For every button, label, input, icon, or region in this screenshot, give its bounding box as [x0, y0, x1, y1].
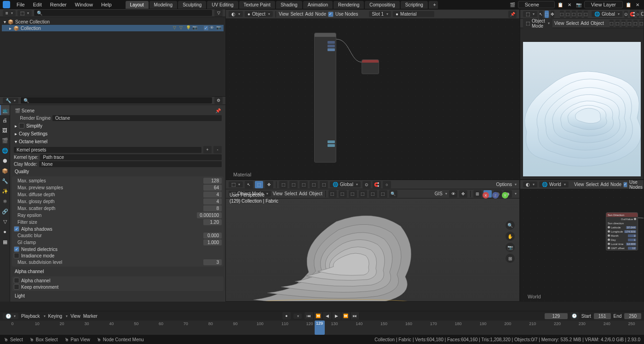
vp-overlay-icon[interactable]: 👁: [449, 190, 457, 198]
tab-physics-icon[interactable]: ⚛: [0, 196, 10, 206]
tab-compositing[interactable]: Compositing: [365, 1, 400, 9]
pin-icon[interactable]: 📌: [508, 11, 517, 18]
vp-snap-c[interactable]: ⬚: [299, 181, 308, 188]
current-frame-field[interactable]: 129: [545, 313, 568, 319]
vp-tool-move[interactable]: ✥: [265, 181, 273, 188]
marker-menu[interactable]: Marker: [83, 314, 98, 319]
pin-icon[interactable]: 📌: [215, 108, 221, 113]
copy-settings-section[interactable]: ▸ Copy Settings: [12, 130, 224, 138]
tab-viewlayer-icon[interactable]: 🖼: [0, 125, 10, 135]
vp-search-icon[interactable]: 🔍: [389, 190, 397, 198]
shader-menu-add[interactable]: Add: [305, 12, 313, 17]
move-tool-icon[interactable]: ✥: [551, 11, 554, 18]
max-diffuse-field[interactable]: 4: [203, 192, 222, 198]
menu-render[interactable]: Render: [46, 1, 70, 8]
proportional-icon[interactable]: ○: [637, 11, 639, 18]
shader-node-universal[interactable]: [314, 33, 336, 163]
mode-dropdown-2[interactable]: ⬚Object Mode▾: [523, 18, 552, 29]
outliner-search[interactable]: 🔍: [34, 9, 213, 17]
node-sun-direction[interactable]: Sun Direction Out/Value Sun direction La…: [606, 212, 638, 251]
persp-icon[interactable]: ⊞: [506, 254, 515, 263]
tab-object-icon[interactable]: 📦: [0, 166, 10, 176]
tab-texture-icon[interactable]: ▦: [0, 237, 10, 247]
editor-type-dropdown-2[interactable]: ⬚▾: [523, 11, 537, 17]
tab-data-icon[interactable]: ▽: [0, 216, 10, 227]
tab-rendering[interactable]: Rendering: [334, 1, 364, 9]
nested-dielectrics-checkbox[interactable]: ✓: [14, 246, 19, 252]
vp-menu-add[interactable]: Add: [299, 191, 307, 196]
slot-dropdown[interactable]: Slot 1▾: [369, 11, 391, 17]
vp-options[interactable]: Options: [496, 182, 512, 187]
simplify-section[interactable]: ▸ Simplify: [12, 122, 224, 130]
ray-epsilon-field[interactable]: 0.000100: [197, 212, 222, 218]
render-icon[interactable]: 📷: [216, 25, 222, 31]
add-menu-2[interactable]: Add: [581, 21, 589, 26]
tab-sculpting[interactable]: Sculpting: [178, 1, 206, 9]
snap2-icon[interactable]: ⬚: [566, 11, 570, 18]
play-icon[interactable]: ▶: [332, 312, 341, 320]
scene-name-field[interactable]: Scene: [518, 1, 555, 8]
irradiance-checkbox[interactable]: [14, 253, 19, 258]
vp-pivot-icon[interactable]: ⊙: [362, 181, 371, 188]
add-preset-icon[interactable]: +: [203, 146, 212, 153]
outliner-mode[interactable]: ⬚▾: [17, 10, 32, 16]
clay-mode-dropdown[interactable]: None: [39, 161, 222, 167]
view-menu-2[interactable]: View: [554, 21, 564, 26]
keying-menu[interactable]: Keying: [48, 314, 63, 319]
auto-key-icon[interactable]: ●: [282, 312, 291, 320]
render-engine-dropdown[interactable]: Octane: [52, 115, 222, 121]
vp-tb-e[interactable]: ⬚: [369, 190, 377, 198]
world-menu-view[interactable]: View: [574, 182, 584, 187]
tab-shading[interactable]: Shading: [276, 1, 302, 9]
shader-menu-select[interactable]: Select: [290, 12, 303, 17]
vp-orientation[interactable]: 🌐Global▾: [330, 181, 361, 187]
jump-to-start-icon[interactable]: ⏮: [305, 312, 314, 320]
tb-icon-f[interactable]: ⬚: [639, 20, 644, 27]
alpha-channel-checkbox[interactable]: [14, 278, 19, 283]
object-menu-2[interactable]: Object: [591, 21, 604, 26]
props-editor-type[interactable]: 🔧▾: [3, 98, 18, 104]
snap-toggle-icon[interactable]: 🧲: [630, 11, 635, 18]
jump-next-key-icon[interactable]: ⏩: [341, 312, 351, 320]
snap-icon[interactable]: ⬚: [560, 11, 564, 18]
world-menu-select[interactable]: Select: [586, 182, 598, 187]
vp-tb-b[interactable]: ⬚: [339, 190, 347, 198]
outliner-type[interactable]: ≡▾: [3, 10, 16, 16]
vp-gis[interactable]: GIS: [435, 191, 443, 196]
vp-tb-c[interactable]: ⬚: [349, 190, 357, 198]
timeline-view-menu[interactable]: View: [70, 314, 80, 319]
max-preview-field[interactable]: 64: [203, 185, 222, 191]
world-editor-type[interactable]: ◐▾: [523, 181, 537, 187]
vp-tool-cursor[interactable]: ↖: [245, 181, 253, 188]
tab-output-icon[interactable]: 🖨: [0, 115, 10, 125]
gi-clamp-field[interactable]: 1.000: [203, 239, 222, 245]
menu-edit[interactable]: Edit: [29, 1, 46, 8]
kernel-type-dropdown[interactable]: Path trace: [40, 154, 222, 160]
props-search[interactable]: 🔍: [20, 97, 213, 104]
tab-scene-icon[interactable]: 🎬: [0, 135, 10, 146]
max-subdiv-field[interactable]: 3: [203, 259, 222, 265]
vp-tool-select[interactable]: ⬚: [255, 181, 263, 188]
axis-gizmo[interactable]: Z X Y: [483, 192, 508, 218]
material-dropdown[interactable]: ●Material: [393, 11, 434, 17]
delete-scene-icon[interactable]: ✕: [566, 1, 573, 8]
menu-window[interactable]: Window: [71, 1, 97, 8]
tb-icon-a[interactable]: ⬚: [610, 20, 614, 27]
play-reverse-icon[interactable]: ◀: [323, 312, 332, 320]
filter-size-field[interactable]: 1.20: [203, 219, 222, 225]
viewlayer-name-field[interactable]: View Layer: [584, 1, 623, 8]
tab-modeling[interactable]: Modeling: [150, 1, 178, 9]
editor-type-dropdown-3[interactable]: ⬚▾: [229, 181, 243, 187]
tb-icon-d[interactable]: ⬚: [627, 20, 632, 27]
shader-type-dropdown[interactable]: ●Object▾: [245, 11, 273, 17]
tab-modifier-icon[interactable]: 🔧: [0, 176, 10, 186]
playhead[interactable]: 129: [315, 321, 325, 335]
snap5-icon[interactable]: ⬚: [584, 11, 588, 18]
vp-prop-icon[interactable]: ○: [383, 181, 391, 188]
use-nodes-toggle[interactable]: ✓Use Nodes: [328, 12, 358, 17]
select-tool-icon[interactable]: ⬚: [545, 11, 549, 18]
world-use-nodes[interactable]: ✓Use Nodes: [623, 180, 644, 190]
add-tab-button[interactable]: +: [429, 1, 438, 9]
outliner-filter-icon[interactable]: ▽: [214, 9, 223, 17]
vp-snap-a[interactable]: ⬚: [279, 181, 288, 188]
